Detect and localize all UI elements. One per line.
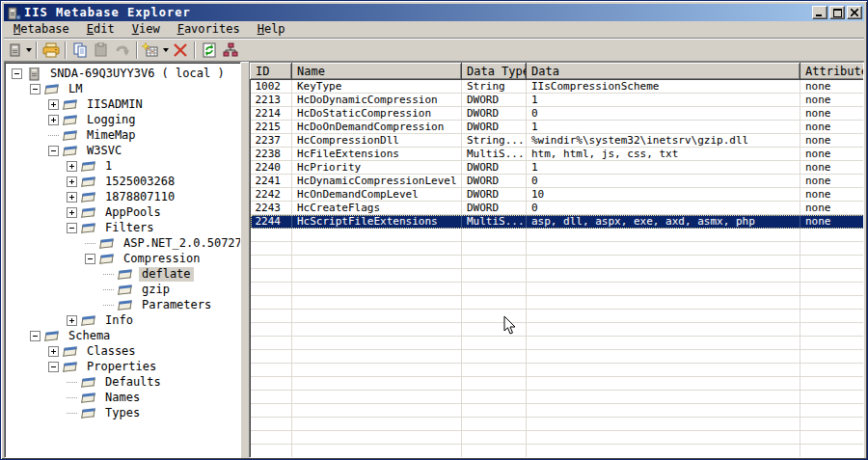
tree-item-asp-net-2-0-50727-0[interactable]: ASP.NET_2.0.50727.0 [6,235,240,251]
hierarchy-view-button[interactable] [220,40,241,61]
expand-plus-icon[interactable] [67,176,77,187]
tree-item-label: gzip [139,283,173,297]
tree-item-w3svc[interactable]: W3SVC [6,143,240,158]
empty-cell [800,283,865,296]
empty-cell [800,229,865,242]
cell-data_type: DWORD [462,188,527,202]
record-row-1002[interactable]: 1002KeyTypeStringIIsCompressionSchemenon… [251,80,865,94]
tree-item-label: Compression [121,252,203,266]
tree-item-label: SNDA-69Q3UYY3V6 ( local ) [47,67,228,81]
tree-item-properties[interactable]: Properties [6,359,240,374]
title-bar: IIS Metabase Explorer [4,4,864,21]
tree-item-schema[interactable]: Schema [6,328,240,343]
cell-name: KeyType [292,80,462,94]
cell-name: HcOnDemandCompLevel [292,188,462,202]
tree-item-snda-69q3uyy3v6-local-[interactable]: SNDA-69Q3UYY3V6 ( local ) [6,66,240,81]
tree-item-deflate[interactable]: deflate [6,266,240,282]
record-row-2241[interactable]: 2241HcDynamicCompressionLevelDWORD0none [251,175,865,188]
record-row-2242[interactable]: 2242HcOnDemandCompLevelDWORD10none [251,188,865,202]
collapse-minus-icon[interactable] [48,362,59,372]
cell-attributes: none [800,161,865,175]
app-window: IIS Metabase Explorer MetabaseEditViewFa… [0,0,868,460]
panel-splitter[interactable] [241,62,249,458]
cell-data: asp, dll, aspx, exe, axd, asmx, php [527,215,800,229]
minimize-button[interactable] [812,6,827,19]
column-header-data-type[interactable]: Data Type [462,64,527,80]
record-row-2214[interactable]: 2214HcDoStaticCompressionDWORD0none [251,107,865,121]
collapse-minus-icon[interactable] [30,84,41,95]
column-header-data[interactable]: Data [527,64,800,80]
tree-connector [48,135,59,136]
tree-item-1[interactable]: 1 [6,158,240,174]
record-row-2240[interactable]: 2240HcPriorityDWORD1none [251,161,865,175]
record-row-2244[interactable]: 2244HcScriptFileExtensionsMultiS...asp, … [251,215,865,229]
record-row-2213[interactable]: 2213HcDoDynamicCompressionDWORD1none [251,94,865,107]
paste-button[interactable] [91,40,112,61]
expand-plus-icon[interactable] [48,346,59,357]
undo-button[interactable] [112,40,133,61]
tree-item-types[interactable]: Types [6,405,240,420]
menu-item-edit[interactable]: Edit [78,21,123,38]
collapse-minus-icon[interactable] [85,254,95,264]
expand-plus-icon[interactable] [48,115,59,125]
menu-item-favorites[interactable]: Favorites [169,21,249,38]
metabase-key-icon [99,253,116,265]
tree-item-1878807110[interactable]: 1878807110 [6,189,240,204]
new-record-button[interactable] [141,40,170,61]
collapse-minus-icon[interactable] [67,223,77,233]
expand-plus-icon[interactable] [67,161,77,172]
tree-item-classes[interactable]: Classes [6,343,240,359]
column-header-attributes[interactable]: Attributes [800,64,865,80]
empty-cell [292,229,462,242]
record-row-2215[interactable]: 2215HcDoOnDemandCompressionDWORD1none [251,121,865,134]
cell-data: 10 [527,188,800,202]
dropdown-arrow-icon[interactable] [163,48,169,52]
copy-button[interactable] [69,40,91,61]
column-header-name[interactable]: Name [292,64,462,80]
delete-record-button[interactable] [170,40,191,61]
expand-plus-icon[interactable] [48,99,59,110]
tree-item-1525003268[interactable]: 1525003268 [6,174,240,189]
expand-plus-icon[interactable] [67,192,77,203]
collapse-minus-icon[interactable] [48,146,59,156]
metabase-key-icon [63,361,79,373]
tree-item-compression[interactable]: Compression [6,251,240,266]
cell-name: HcCreateFlags [292,202,462,215]
tree-item-logging[interactable]: Logging [6,112,240,127]
maximize-button[interactable] [829,6,845,19]
tree-item-mimemap[interactable]: MimeMap [6,127,240,143]
menu-item-metabase[interactable]: Metabase [5,21,78,38]
close-button[interactable] [847,6,862,19]
refresh-button[interactable] [199,40,220,61]
expand-plus-icon[interactable] [67,207,77,218]
empty-cell [251,391,292,404]
record-row-2237[interactable]: 2237HcCompressionDllString...%windir%\sy… [251,134,865,148]
record-row-2238[interactable]: 2238HcFileExtensionsMultiS...htm, html, … [251,148,865,161]
tree-item-lm[interactable]: LM [6,81,240,96]
record-row-2243[interactable]: 2243HcCreateFlagsDWORD0none [251,202,865,215]
cell-id: 2215 [251,121,292,134]
tree-item-defaults[interactable]: Defaults [6,374,240,390]
print-button[interactable] [41,40,62,61]
cell-id: 2241 [251,175,292,188]
tree-item-apppools[interactable]: AppPools [6,204,240,220]
expand-plus-icon[interactable] [67,315,77,326]
tree-item-filters[interactable]: Filters [6,220,240,235]
empty-cell [527,269,800,283]
column-header-id[interactable]: ID [251,64,292,80]
tree-item-label: Types [102,406,143,420]
empty-cell [462,283,527,296]
tree-item-info[interactable]: Info [6,312,240,328]
cell-data_type: DWORD [462,107,527,121]
empty-cell [292,350,462,364]
collapse-minus-icon[interactable] [30,331,41,341]
connect-server-button[interactable] [6,40,33,61]
tree-item-iisadmin[interactable]: IISADMIN [6,96,240,112]
collapse-minus-icon[interactable] [12,68,22,79]
tree-item-names[interactable]: Names [6,390,240,405]
menu-item-help[interactable]: Help [249,21,294,38]
menu-item-view[interactable]: View [123,21,169,38]
tree-item-gzip[interactable]: gzip [6,282,240,297]
tree-item-parameters[interactable]: Parameters [6,297,240,312]
dropdown-arrow-icon[interactable] [26,48,32,52]
